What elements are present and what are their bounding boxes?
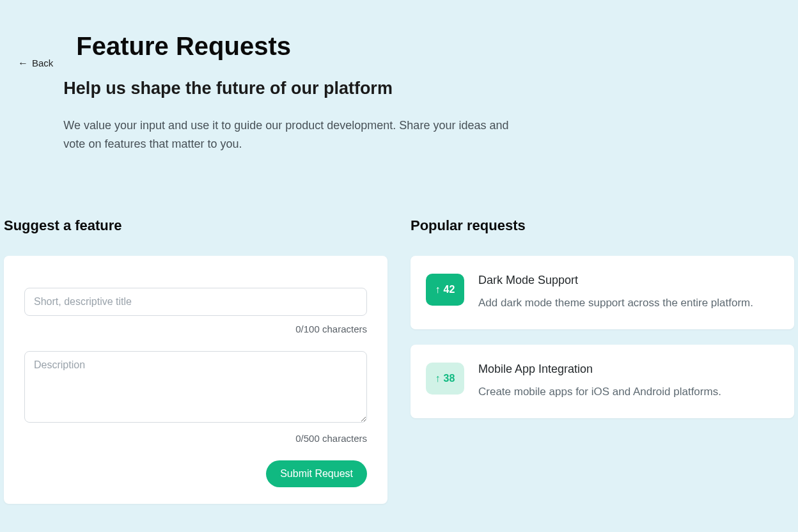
- vote-count: 38: [444, 373, 455, 384]
- feature-description-textarea[interactable]: [24, 351, 367, 423]
- arrow-up-icon: ↑: [435, 285, 441, 295]
- title-char-count: 0/100 characters: [24, 324, 367, 334]
- vote-count: 42: [444, 284, 455, 295]
- upvote-button[interactable]: ↑ 42: [426, 274, 464, 306]
- suggest-section-title: Suggest a feature: [4, 217, 387, 234]
- page-subtitle: Help us shape the future of our platform: [63, 79, 794, 98]
- page-title: Feature Requests: [76, 32, 794, 61]
- arrow-up-icon: ↑: [435, 373, 441, 384]
- request-item: ↑ 42 Dark Mode Support Add dark mode the…: [411, 256, 794, 329]
- popular-section-title: Popular requests: [411, 217, 794, 234]
- back-label: Back: [32, 58, 53, 68]
- suggest-feature-section: Suggest a feature 0/100 characters 0/500…: [4, 217, 387, 504]
- request-body: Dark Mode Support Add dark mode theme su…: [478, 274, 779, 311]
- request-title: Dark Mode Support: [478, 274, 779, 287]
- request-description: Create mobile apps for iOS and Android p…: [478, 384, 779, 400]
- upvote-button[interactable]: ↑ 38: [426, 363, 464, 395]
- header-content: Feature Requests Help us shape the futur…: [63, 0, 794, 153]
- feature-title-input[interactable]: [24, 288, 367, 316]
- arrow-left-icon: ←: [18, 58, 28, 68]
- request-title: Mobile App Integration: [478, 363, 779, 376]
- back-link[interactable]: ← Back: [18, 58, 53, 68]
- request-body: Mobile App Integration Create mobile app…: [478, 363, 779, 400]
- request-item: ↑ 38 Mobile App Integration Create mobil…: [411, 345, 794, 418]
- suggest-form-card: 0/100 characters 0/500 characters Submit…: [4, 256, 387, 504]
- popular-requests-section: Popular requests ↑ 42 Dark Mode Support …: [411, 217, 794, 504]
- submit-request-button[interactable]: Submit Request: [266, 460, 367, 487]
- request-description: Add dark mode theme support across the e…: [478, 295, 779, 311]
- page-description: We value your input and use it to guide …: [63, 116, 524, 153]
- description-char-count: 0/500 characters: [24, 433, 367, 444]
